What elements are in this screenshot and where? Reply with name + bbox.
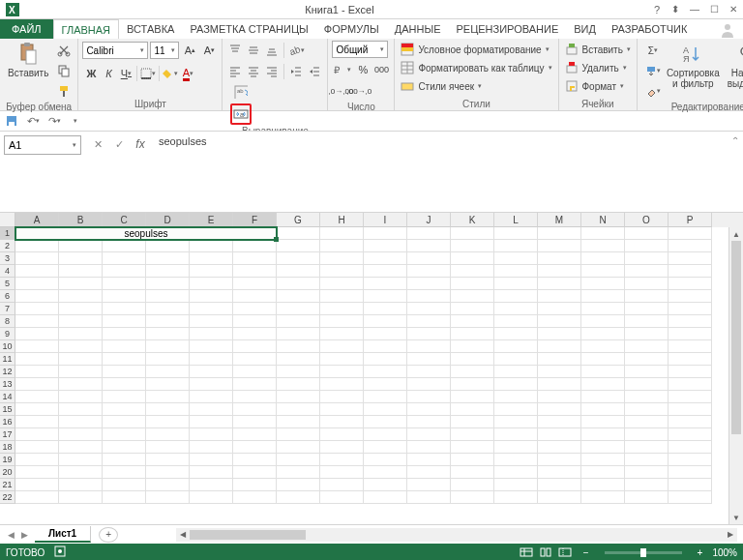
row-header-12[interactable]: 12 <box>0 366 15 378</box>
cell[interactable] <box>625 290 669 303</box>
cell[interactable] <box>364 240 407 252</box>
cell[interactable] <box>625 416 669 428</box>
cell[interactable] <box>277 315 320 328</box>
cut-button[interactable] <box>54 41 74 60</box>
cell[interactable] <box>190 340 233 353</box>
cell[interactable] <box>277 454 320 466</box>
cell[interactable] <box>15 340 59 353</box>
cell[interactable] <box>59 240 103 252</box>
hscroll-thumb[interactable] <box>190 530 306 540</box>
cell[interactable] <box>669 403 712 416</box>
cell[interactable] <box>277 416 320 428</box>
enter-formula-button[interactable]: ✓ <box>110 135 128 153</box>
cell[interactable] <box>103 353 146 366</box>
cell[interactable] <box>581 240 625 252</box>
cell[interactable] <box>407 491 451 504</box>
cell[interactable] <box>190 391 233 403</box>
cell[interactable] <box>103 491 146 504</box>
row-header-10[interactable]: 10 <box>0 340 15 353</box>
cell[interactable] <box>494 290 538 303</box>
cell[interactable] <box>103 378 146 391</box>
column-header-P[interactable]: P <box>669 213 712 227</box>
cell[interactable] <box>538 366 581 378</box>
cell[interactable] <box>407 479 451 491</box>
redo-button[interactable]: ↷▾ <box>46 113 62 129</box>
cell[interactable] <box>451 416 494 428</box>
cell[interactable] <box>146 328 190 340</box>
cell[interactable] <box>15 479 59 491</box>
cell[interactable] <box>320 353 364 366</box>
cell[interactable] <box>190 328 233 340</box>
cell[interactable] <box>494 303 538 315</box>
row-header-22[interactable]: 22 <box>0 491 15 504</box>
cell[interactable] <box>451 391 494 403</box>
copy-button[interactable] <box>54 61 74 80</box>
cell[interactable] <box>407 340 451 353</box>
ribbon-collapse-button[interactable]: ⬍ <box>666 1 685 18</box>
cell[interactable] <box>538 265 581 278</box>
cell[interactable] <box>364 252 407 265</box>
cell[interactable] <box>494 252 538 265</box>
scroll-right-button[interactable]: ▶ <box>724 528 737 542</box>
cell[interactable] <box>581 265 625 278</box>
cell[interactable] <box>494 278 538 290</box>
cell[interactable] <box>277 391 320 403</box>
cell[interactable] <box>146 353 190 366</box>
cell[interactable] <box>146 403 190 416</box>
wrap-text-button[interactable]: ab <box>230 81 252 103</box>
cell[interactable] <box>15 454 59 466</box>
cell[interactable] <box>320 403 364 416</box>
cell[interactable] <box>669 366 712 378</box>
cell[interactable] <box>320 315 364 328</box>
tab-page-layout[interactable]: РАЗМЕТКА СТРАНИЦЫ <box>182 19 315 39</box>
cell[interactable] <box>190 265 233 278</box>
scroll-up-button[interactable]: ▲ <box>729 227 743 241</box>
cell[interactable] <box>233 416 277 428</box>
cell[interactable] <box>581 491 625 504</box>
tab-home[interactable]: ГЛАВНАЯ <box>53 19 119 39</box>
column-header-F[interactable]: F <box>233 213 277 227</box>
column-header-I[interactable]: I <box>364 213 407 227</box>
cell[interactable] <box>494 240 538 252</box>
undo-button[interactable]: ↶▾ <box>25 113 41 129</box>
decrease-font-button[interactable]: A▾ <box>200 41 218 60</box>
cell[interactable] <box>320 227 364 240</box>
cell[interactable] <box>320 416 364 428</box>
cell[interactable] <box>669 315 712 328</box>
cell[interactable] <box>103 340 146 353</box>
cell[interactable] <box>103 454 146 466</box>
page-layout-view-button[interactable] <box>537 545 554 559</box>
cell[interactable] <box>364 278 407 290</box>
horizontal-scrollbar[interactable]: ◀ ▶ <box>176 528 737 542</box>
cell[interactable] <box>59 278 103 290</box>
row-header-14[interactable]: 14 <box>0 391 15 403</box>
column-header-E[interactable]: E <box>190 213 233 227</box>
cell[interactable] <box>669 491 712 504</box>
tab-insert[interactable]: ВСТАВКА <box>119 19 182 39</box>
cell[interactable] <box>669 303 712 315</box>
cell[interactable] <box>669 454 712 466</box>
merge-center-button[interactable]: a <box>230 103 252 125</box>
cell[interactable] <box>59 340 103 353</box>
cell[interactable] <box>494 454 538 466</box>
cell[interactable] <box>669 240 712 252</box>
align-top-button[interactable] <box>226 42 244 59</box>
cell[interactable] <box>669 340 712 353</box>
cell[interactable] <box>669 252 712 265</box>
bold-button[interactable]: Ж <box>82 64 100 83</box>
zoom-slider[interactable] <box>605 551 682 554</box>
cell[interactable] <box>451 479 494 491</box>
cell[interactable] <box>103 466 146 479</box>
cell[interactable] <box>364 366 407 378</box>
decrease-decimal-button[interactable]: ,00→,0 <box>350 81 368 101</box>
cell[interactable] <box>59 328 103 340</box>
cell[interactable] <box>669 290 712 303</box>
column-header-D[interactable]: D <box>146 213 190 227</box>
cell[interactable] <box>581 315 625 328</box>
cell[interactable] <box>146 454 190 466</box>
cell[interactable] <box>581 340 625 353</box>
cell[interactable] <box>407 328 451 340</box>
add-sheet-button[interactable]: + <box>99 527 118 543</box>
cell[interactable] <box>625 353 669 366</box>
vertical-scrollbar[interactable]: ▲ ▼ <box>728 227 743 524</box>
